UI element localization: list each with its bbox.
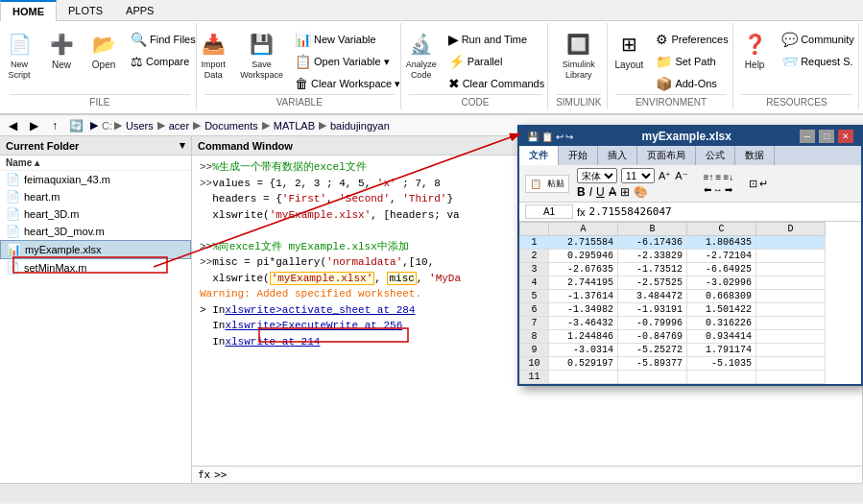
path-root[interactable]: ▶ <box>88 119 100 132</box>
current-folder-options-icon[interactable]: ▾ <box>180 139 185 152</box>
cell-D9[interactable] <box>756 344 826 357</box>
cell-C2[interactable]: -2.72104 <box>687 250 756 263</box>
file-item-myexample[interactable]: 📊 myExample.xlsx <box>0 240 191 259</box>
cell-D2[interactable] <box>756 250 826 263</box>
cell-B10[interactable]: -5.89377 <box>618 357 687 371</box>
nav-forward-btn[interactable]: ▶ <box>25 117 42 134</box>
cell-C5[interactable]: 0.668309 <box>687 290 756 303</box>
cell-C11[interactable] <box>687 371 756 384</box>
row-header-3[interactable]: 3 <box>520 263 549 276</box>
strikethrough-btn[interactable]: A̶ <box>609 185 616 199</box>
compare-btn[interactable]: ⚖ Compare <box>126 51 201 72</box>
cell-C1[interactable]: 1.806435 <box>687 236 756 250</box>
path-acer[interactable]: acer <box>167 120 191 132</box>
cell-D10[interactable] <box>756 357 826 371</box>
row-header-9[interactable]: 9 <box>520 344 549 357</box>
request-btn[interactable]: 📨 Request S. <box>777 51 859 72</box>
set-path-btn[interactable]: 📁 Set Path <box>651 51 732 72</box>
formula-input[interactable] <box>589 205 855 218</box>
cmd-input[interactable] <box>231 468 857 481</box>
cell-D5[interactable] <box>756 290 826 303</box>
cell-C7[interactable]: 0.316226 <box>687 317 756 330</box>
addons-btn[interactable]: 📦 Add-Ons <box>651 73 732 94</box>
excel-maximize-btn[interactable]: □ <box>819 130 834 143</box>
cell-C4[interactable]: -3.02996 <box>687 276 756 290</box>
row-header-4[interactable]: 4 <box>520 276 549 290</box>
col-header-d[interactable]: D <box>756 223 826 236</box>
file-item-heart3d[interactable]: 📄 heart_3D.m <box>0 205 191 223</box>
run-time-btn[interactable]: ▶ Run and Time <box>443 29 550 50</box>
align-middle-btn[interactable]: ≡ <box>716 172 722 182</box>
cell-A4[interactable]: 2.744195 <box>549 276 618 290</box>
cell-C10[interactable]: -5.1035 <box>687 357 756 371</box>
align-top-btn[interactable]: ≡↑ <box>704 172 714 182</box>
align-right-btn[interactable]: ➡ <box>725 184 732 195</box>
excel-tab-formula[interactable]: 公式 <box>696 146 735 165</box>
cell-B1[interactable]: -6.17436 <box>618 236 687 250</box>
row-header-11[interactable]: 11 <box>520 371 549 384</box>
cell-A10[interactable]: 0.529197 <box>549 357 618 371</box>
path-matlab[interactable]: MATLAB <box>272 120 317 132</box>
cmd-link-2[interactable]: xlswrite>ExecuteWrite at 256 <box>225 318 402 334</box>
cell-reference[interactable]: A1 <box>525 204 573 219</box>
cell-A3[interactable]: -2.67635 <box>549 263 618 276</box>
cell-B5[interactable]: 3.484472 <box>618 290 687 303</box>
new-btn[interactable]: ➕ New <box>41 25 82 75</box>
new-variable-btn[interactable]: 📊 New Variable <box>290 29 405 50</box>
file-item-heart3dmov[interactable]: 📄 heart_3D_mov.m <box>0 223 191 240</box>
tab-home[interactable]: HOME <box>0 0 57 21</box>
nav-back-btn[interactable]: ◀ <box>4 117 21 134</box>
cell-B7[interactable]: -0.79996 <box>618 317 687 330</box>
import-data-btn[interactable]: 📥 ImportData <box>193 25 233 84</box>
font-decrease-btn[interactable]: A⁻ <box>675 170 687 182</box>
excel-grid[interactable]: A B C D 12.715584-6.174361.80643520.2959… <box>519 222 861 384</box>
row-header-1[interactable]: 1 <box>520 236 549 250</box>
cell-D7[interactable] <box>756 317 826 330</box>
align-bottom-btn[interactable]: ≡↓ <box>723 172 733 182</box>
font-increase-btn[interactable]: A⁺ <box>659 170 671 182</box>
cell-D4[interactable] <box>756 276 826 290</box>
tab-apps[interactable]: APPS <box>114 0 165 21</box>
cell-D3[interactable] <box>756 263 826 276</box>
file-item-heart[interactable]: 📄 heart.m <box>0 188 191 205</box>
cell-B4[interactable]: -2.57525 <box>618 276 687 290</box>
cell-D11[interactable] <box>756 371 826 384</box>
parallel-btn[interactable]: ⚡ Parallel <box>443 51 550 72</box>
col-header-a[interactable]: A <box>549 223 618 236</box>
row-header-8[interactable]: 8 <box>520 330 549 344</box>
excel-tab-file[interactable]: 文件 <box>519 146 559 165</box>
nav-refresh-btn[interactable]: 🔄 <box>67 117 84 134</box>
excel-close-btn[interactable]: ✕ <box>838 130 853 143</box>
italic-btn[interactable]: I <box>589 185 592 199</box>
find-files-btn[interactable]: 🔍 Find Files <box>126 29 201 50</box>
fill-color-btn[interactable]: 🎨 <box>634 185 648 199</box>
cell-C3[interactable]: -6.64925 <box>687 263 756 276</box>
cell-C9[interactable]: 1.791174 <box>687 344 756 357</box>
layout-btn[interactable]: ⊞ Layout <box>609 25 649 75</box>
excel-tab-layout[interactable]: 页面布局 <box>637 146 696 165</box>
path-users[interactable]: Users <box>124 120 156 132</box>
font-family-select[interactable]: 宋体 <box>577 168 617 183</box>
cell-A8[interactable]: 1.244846 <box>549 330 618 344</box>
cell-A1[interactable]: 2.715584 <box>549 236 618 250</box>
cmd-link-1[interactable]: xlswrite>activate_sheet at 284 <box>225 302 415 319</box>
excel-tab-data[interactable]: 数据 <box>735 146 775 165</box>
analyze-code-btn[interactable]: 🔬 AnalyzeCode <box>401 25 442 84</box>
cell-B2[interactable]: -2.33829 <box>618 250 687 263</box>
open-btn[interactable]: 📂 Open <box>84 25 124 75</box>
cell-C6[interactable]: 1.501422 <box>687 303 756 317</box>
open-variable-btn[interactable]: 📋 Open Variable ▾ <box>290 51 405 72</box>
merge-btn[interactable]: ⊡ <box>749 178 757 190</box>
excel-tab-insert[interactable]: 插入 <box>598 146 637 165</box>
cell-D1[interactable] <box>756 236 826 250</box>
font-size-select[interactable]: 11 <box>621 168 655 183</box>
col-header-c[interactable]: C <box>687 223 756 236</box>
cell-D8[interactable] <box>756 330 826 344</box>
bold-btn[interactable]: B <box>577 185 586 199</box>
cmd-link-3[interactable]: xlswrite at 214 <box>225 334 320 350</box>
help-btn[interactable]: ❓ Help <box>734 25 775 75</box>
cell-A2[interactable]: 0.295946 <box>549 250 618 263</box>
row-header-10[interactable]: 10 <box>520 357 549 371</box>
tab-plots[interactable]: PLOTS <box>57 0 114 21</box>
file-item-feimaquxian[interactable]: 📄 feimaquxian_43.m <box>0 171 191 188</box>
